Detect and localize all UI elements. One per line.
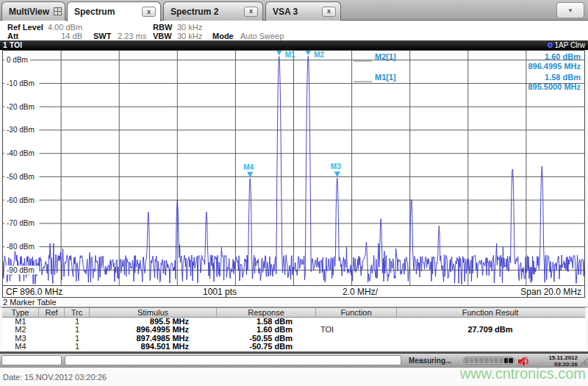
cell: M3 <box>2 335 39 343</box>
marker-row-m4[interactable]: M41894.501 MHz-50.75 dBm <box>2 343 585 351</box>
column-header-ref: Ref <box>39 308 65 317</box>
tab-multiview[interactable]: MultiView <box>1 1 65 21</box>
tab-multiview-label: MultiView <box>9 7 49 17</box>
column-header-function-result: Function Result <box>397 308 584 317</box>
svg-text:896.4995 MHz: 896.4995 MHz <box>528 62 581 71</box>
span-value[interactable]: Span 20.0 MHz <box>520 287 581 297</box>
cell: M4 <box>2 343 39 351</box>
cell: 896.4995 MHz <box>90 326 217 334</box>
svg-text:M2: M2 <box>314 51 324 59</box>
cell <box>316 343 397 351</box>
tab-vsa3[interactable]: VSA 3 x <box>265 1 341 21</box>
svg-text:-50 dBm: -50 dBm <box>7 173 35 181</box>
progress-segment <box>479 358 484 363</box>
tab-spectrum2-close-icon[interactable]: x <box>244 7 258 17</box>
trace-tag[interactable]: 1AP Clrw <box>548 41 586 49</box>
svg-text:M1: M1 <box>285 51 295 59</box>
progress-segment <box>465 358 469 363</box>
ref-level-value[interactable]: 4.00 dBm <box>43 23 82 32</box>
center-frequency[interactable]: CF 896.0 MHz <box>6 287 62 297</box>
cell <box>39 326 65 334</box>
cell <box>397 343 584 351</box>
status-field-message[interactable] <box>65 355 401 365</box>
svg-text:1.58 dBm: 1.58 dBm <box>545 73 581 82</box>
cell <box>397 335 584 343</box>
svg-text:-90 dBm: -90 dBm <box>7 266 35 274</box>
measuring-label: Measuring... <box>409 357 451 365</box>
swt-value[interactable]: 2.23 ms <box>118 32 146 40</box>
progress-segment <box>470 358 474 363</box>
sweep-progress-bar <box>463 357 514 365</box>
cell: 1 <box>65 326 90 334</box>
spectrum-trace-svg: 0 dBm-10 dBm-20 dBm-30 dBm-40 dBm-50 dBm… <box>3 51 584 285</box>
marker-table-title: 2 Marker Table <box>0 298 588 307</box>
svg-text:M4: M4 <box>243 163 254 171</box>
cell <box>39 343 65 351</box>
progress-segment <box>509 358 513 363</box>
att-label: Att <box>7 32 18 40</box>
column-header-trc: Trc <box>65 308 90 317</box>
svg-text:0 dBm: 0 dBm <box>7 56 28 64</box>
tab-overflow-button[interactable]: ▼ <box>556 2 584 18</box>
svg-text:-40 dBm: -40 dBm <box>7 149 35 157</box>
mode-label: Mode <box>212 32 234 40</box>
progress-segment <box>474 358 478 363</box>
window-title: 1 TOI <box>3 41 22 49</box>
grid-icon <box>54 5 62 18</box>
tab-bar: MultiView Spectrum x Spectrum 2 x VSA 3 … <box>0 0 588 21</box>
att-value[interactable]: 14 dB <box>43 32 82 40</box>
progress-segment <box>494 358 498 363</box>
trace-dot-icon <box>548 43 553 48</box>
swt-label: SWT <box>93 32 111 40</box>
svg-text:-10 dBm: -10 dBm <box>7 79 35 87</box>
marker-table-body: M11895.5 MHz1.58 dBmM21896.4995 MHz1.60 … <box>2 318 585 351</box>
vbw-value[interactable]: 30 kHz <box>177 32 202 40</box>
svg-text:-80 dBm: -80 dBm <box>7 243 35 251</box>
tab-vsa3-close-icon[interactable]: x <box>322 7 336 17</box>
svg-text:895.5000 MHz: 895.5000 MHz <box>528 82 581 91</box>
window-title-bar: 1 TOI 1AP Clrw <box>0 40 588 50</box>
progress-segment <box>499 358 503 363</box>
svg-text:-70 dBm: -70 dBm <box>7 219 35 227</box>
progress-segment <box>504 358 509 363</box>
chevron-down-icon: ▼ <box>567 7 573 14</box>
cell <box>39 318 65 326</box>
svg-text:-20 dBm: -20 dBm <box>7 103 35 111</box>
svg-text:M1[1]: M1[1] <box>375 73 396 82</box>
mode-value[interactable]: Auto Sweep <box>240 32 284 40</box>
tab-spectrum2-label: Spectrum 2 <box>171 7 218 17</box>
svg-text:-30 dBm: -30 dBm <box>7 126 35 134</box>
rbw-value[interactable]: 30 kHz <box>177 23 202 32</box>
status-field-small[interactable] <box>1 355 62 365</box>
column-header-response: Response <box>217 308 316 317</box>
cell: 1 <box>65 343 90 351</box>
progress-segment <box>484 358 489 363</box>
cell: -50.55 dBm <box>217 335 316 343</box>
tab-spectrum2[interactable]: Spectrum 2 x <box>163 1 263 21</box>
cell: 894.501 MHz <box>90 343 217 351</box>
column-header-function: Function <box>316 308 397 317</box>
bottom-strip: Date: 15.NOV.2012 03:20:26 www.cntronics… <box>0 368 588 386</box>
tab-spectrum-label: Spectrum <box>74 7 115 17</box>
tab-vsa3-label: VSA 3 <box>273 7 298 17</box>
tab-spectrum[interactable]: Spectrum x <box>67 1 161 21</box>
rbw-label: RBW <box>153 23 172 32</box>
ref-level-label: Ref Level <box>7 23 43 32</box>
statusbar-date: 15.11.2012 <box>548 354 578 361</box>
settings-header: Ref Level 4.00 dBm Att 14 dB SWT 2.23 ms… <box>0 21 588 40</box>
marker-row-m3[interactable]: M31897.4985 MHz-50.55 dBm <box>2 335 585 343</box>
cell <box>39 335 65 343</box>
spectrum-plot[interactable]: 0 dBm-10 dBm-20 dBm-30 dBm-40 dBm-50 dBm… <box>2 50 585 286</box>
vbw-label: VBW <box>153 32 172 40</box>
tab-spectrum-close-icon[interactable]: x <box>142 7 156 17</box>
cell: TOI <box>316 326 397 334</box>
trace-label: 1AP Clrw <box>555 41 586 49</box>
progress-segment <box>490 358 494 363</box>
cell: 27.709 dBm <box>397 326 584 334</box>
column-header-stimulus: Stimulus <box>90 308 217 317</box>
watermark: www.cntronics.com <box>460 365 586 382</box>
column-header-type: Type <box>2 308 39 317</box>
marker-row-m2[interactable]: M21896.4995 MHz1.60 dBmTOI27.709 dBm <box>2 326 585 334</box>
cell: 1 <box>65 335 90 343</box>
svg-text:-60 dBm: -60 dBm <box>7 196 35 204</box>
